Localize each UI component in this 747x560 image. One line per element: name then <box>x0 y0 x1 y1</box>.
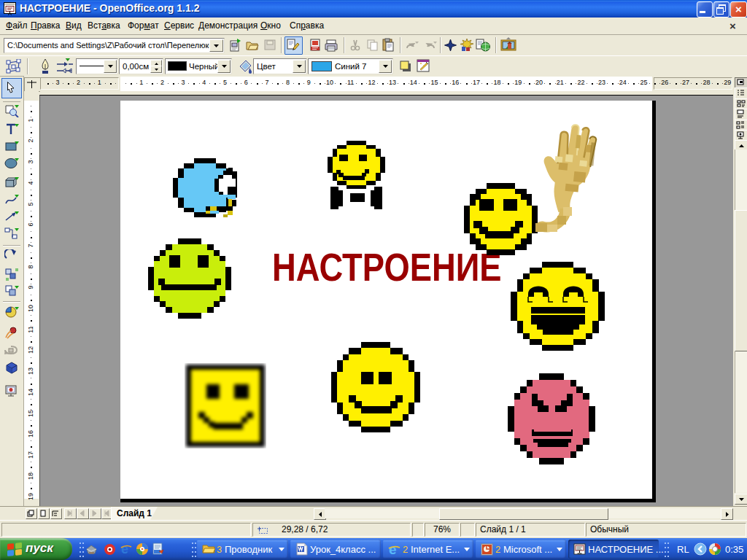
svg-text:e: e <box>389 542 397 556</box>
svg-text:e: e <box>121 542 128 556</box>
